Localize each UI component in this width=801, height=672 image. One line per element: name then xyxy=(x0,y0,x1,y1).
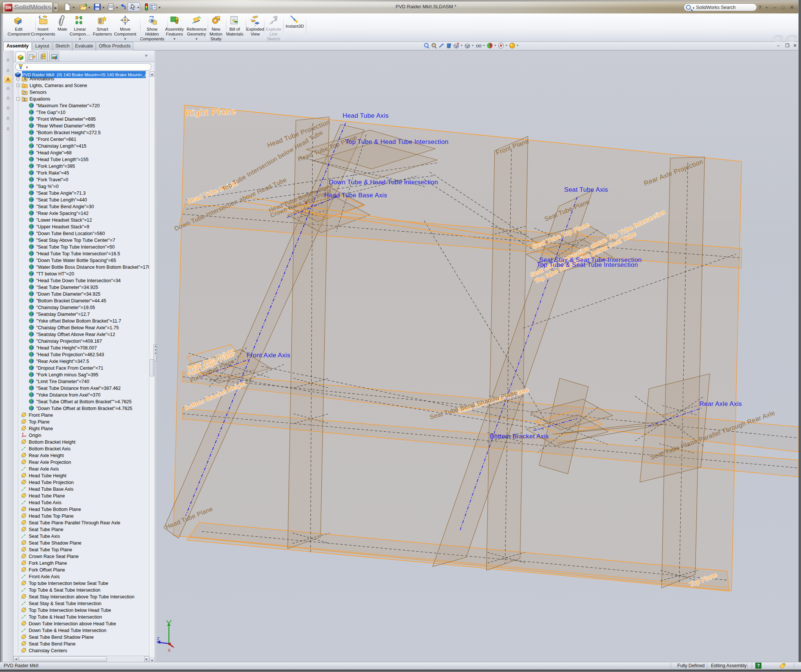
svg-text:Z: Z xyxy=(157,637,159,641)
svg-text:Σ: Σ xyxy=(24,98,26,102)
svg-text:Top Tube & Head Tube Intersect: Top Tube & Head Tube Intersection xyxy=(345,138,448,145)
svg-text:Down Tube & Head Tube Intersec: Down Tube & Head Tube Intersection xyxy=(329,179,438,186)
svg-text:Head Tube Axis: Head Tube Axis xyxy=(343,112,389,119)
svg-text:Front Axle Axis: Front Axle Axis xyxy=(246,352,290,359)
svg-text:X: X xyxy=(168,648,171,653)
svg-text:Head Tube Base Axis: Head Tube Base Axis xyxy=(324,192,387,199)
svg-text:Rear Axle Axis: Rear Axle Axis xyxy=(700,400,742,408)
svg-text:Right Plane: Right Plane xyxy=(185,106,236,118)
svg-text:Top Tube & Seat Tube Intersect: Top Tube & Seat Tube Intersection xyxy=(537,261,638,268)
svg-text:A: A xyxy=(24,77,27,81)
svg-text:Seat Tube Axis: Seat Tube Axis xyxy=(564,186,608,193)
svg-text:Bottom Bracket Axis: Bottom Bracket Axis xyxy=(490,433,549,440)
